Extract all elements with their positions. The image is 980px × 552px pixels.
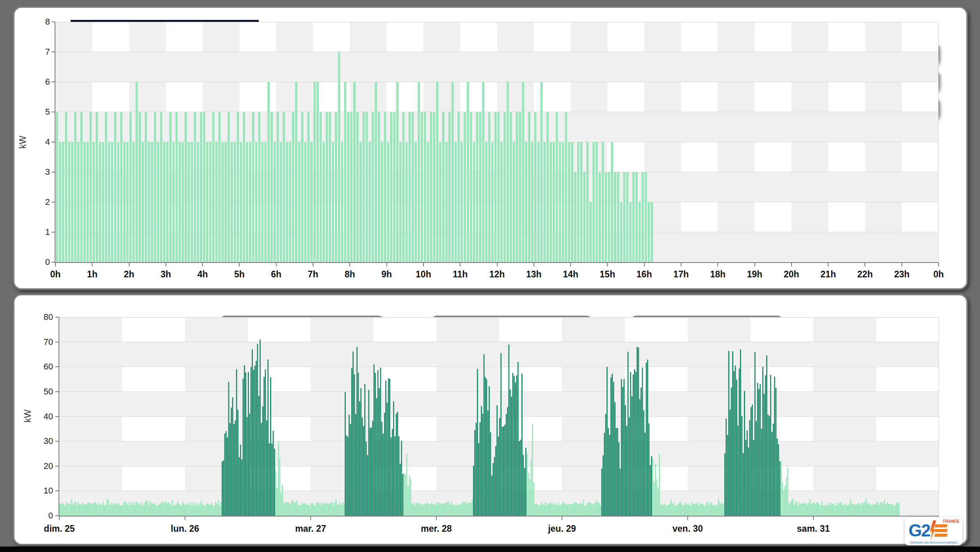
g2e-e-icon bbox=[935, 524, 947, 537]
top-y-axis-title: kW bbox=[18, 136, 28, 149]
dashboard: écoWatt Rte Le réseau de transport d'éle… bbox=[0, 0, 980, 552]
g2e-text: G2 bbox=[909, 522, 930, 539]
g2e-tagline: Optimisation des ressources énergétiques bbox=[905, 541, 962, 544]
g2e-logo-row: G2 bbox=[909, 520, 947, 541]
g2e-logo: G2 FRANCE Optimisation des ressources én… bbox=[905, 517, 962, 545]
g2e-france-text: FRANCE bbox=[943, 519, 959, 524]
bottom-y-axis-title: kW bbox=[23, 410, 33, 422]
daily-consumption-chart[interactable] bbox=[55, 22, 939, 262]
weekly-consumption-chart[interactable] bbox=[59, 317, 939, 516]
bottom-black-strip bbox=[0, 547, 980, 552]
